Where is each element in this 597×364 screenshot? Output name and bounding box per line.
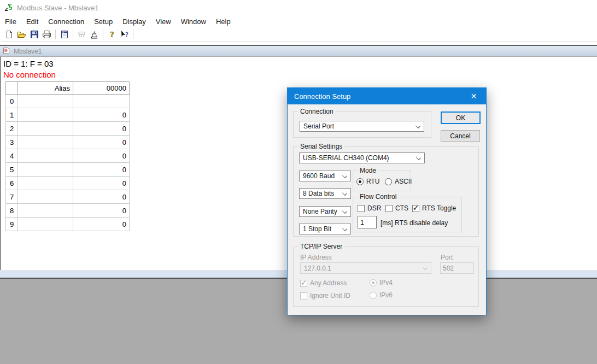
cancel-button[interactable]: Cancel bbox=[441, 130, 480, 142]
menu-help[interactable]: Help bbox=[211, 16, 236, 27]
data-bits-value: 8 Data bits bbox=[303, 190, 334, 197]
menu-connection[interactable]: Connection bbox=[43, 16, 89, 27]
menubar: File Edit Connection Setup Display View … bbox=[0, 15, 597, 27]
chevron-down-icon bbox=[342, 191, 347, 196]
baud-rate-select[interactable]: 9600 Baud bbox=[299, 171, 351, 181]
row-header-cell[interactable]: 6 bbox=[6, 177, 18, 190]
alias-cell[interactable] bbox=[18, 163, 73, 177]
row-header-cell[interactable]: 2 bbox=[6, 122, 18, 136]
new-document-icon[interactable] bbox=[3, 28, 15, 40]
flow-control-label: Flow Control bbox=[358, 193, 399, 201]
menu-view[interactable]: View bbox=[151, 16, 176, 27]
ipv6-radio: IPv6 bbox=[370, 291, 393, 299]
serial-port-select[interactable]: USB-SERIAL CH340 (COM4) bbox=[299, 152, 425, 163]
value-cell[interactable]: 0 bbox=[73, 163, 130, 177]
alias-cell[interactable] bbox=[18, 108, 73, 122]
value-cell[interactable]: 0 bbox=[73, 218, 130, 231]
radio-icon bbox=[356, 178, 364, 185]
cancel-button-label: Cancel bbox=[450, 132, 470, 140]
alias-cell[interactable] bbox=[18, 136, 73, 149]
rts-toggle-label: RTS Toggle bbox=[422, 204, 456, 212]
doc-window-titlebar[interactable]: Mbslave1 bbox=[0, 45, 597, 56]
menu-display[interactable]: Display bbox=[118, 16, 151, 27]
row-header-cell[interactable]: 1 bbox=[6, 108, 18, 122]
value-cell[interactable]: 0 bbox=[73, 204, 130, 218]
value-cell[interactable]: 0 bbox=[73, 136, 130, 149]
dialog-titlebar[interactable]: Connection Setup ✕ bbox=[288, 88, 486, 104]
open-file-icon[interactable] bbox=[15, 28, 28, 40]
menu-file[interactable]: File bbox=[0, 16, 21, 27]
chevron-down-icon bbox=[342, 209, 347, 214]
cts-label: CTS bbox=[395, 204, 408, 212]
connection-group: Connection Serial Port bbox=[293, 111, 431, 138]
ipv4-label: IPv4 bbox=[379, 279, 393, 286]
tcpip-server-group: TCP/IP Server IP Address 127.0.0.1 Port … bbox=[293, 246, 479, 307]
row-header-cell[interactable]: 8 bbox=[6, 204, 18, 218]
alias-cell[interactable] bbox=[18, 204, 73, 218]
alias-cell[interactable] bbox=[18, 177, 73, 190]
connection-type-select[interactable]: Serial Port bbox=[300, 121, 424, 132]
ok-button[interactable]: OK bbox=[441, 111, 481, 124]
dsr-checkbox[interactable]: DSR bbox=[358, 204, 381, 212]
address-header-cell[interactable]: 00000 bbox=[73, 82, 130, 95]
slave-id-function-label: ID = 1: F = 03 bbox=[3, 59, 54, 68]
row-header-cell[interactable]: 9 bbox=[6, 218, 18, 231]
ignore-unit-id-checkbox: Ignore Unit ID bbox=[300, 292, 350, 300]
toolbar-separator bbox=[103, 30, 103, 39]
poll-definition-icon[interactable] bbox=[88, 28, 101, 40]
mode-ascii-radio[interactable]: ASCII bbox=[385, 178, 412, 185]
mode-ascii-label: ASCII bbox=[395, 178, 412, 185]
communication-traffic-icon[interactable] bbox=[58, 28, 71, 40]
value-cell[interactable]: 0 bbox=[73, 108, 130, 122]
any-address-checkbox: Any Address bbox=[300, 279, 347, 287]
value-cell[interactable]: 0 bbox=[73, 177, 130, 190]
context-help-icon[interactable]: ? bbox=[118, 28, 131, 40]
mode-rtu-radio[interactable]: RTU bbox=[356, 178, 379, 185]
serial-port-value: USB-SERIAL CH340 (COM4) bbox=[303, 154, 389, 162]
alias-cell[interactable] bbox=[18, 95, 73, 108]
cts-checkbox[interactable]: CTS bbox=[385, 204, 408, 212]
alias-cell[interactable] bbox=[18, 218, 73, 231]
row-header-cell[interactable]: 5 bbox=[6, 163, 18, 177]
register-table-head: Alias 00000 bbox=[6, 82, 130, 95]
menu-edit[interactable]: Edit bbox=[21, 16, 43, 27]
close-icon[interactable]: ✕ bbox=[461, 88, 486, 104]
stop-bits-select[interactable]: 1 Stop Bit bbox=[299, 224, 351, 234]
row-header-cell[interactable]: 7 bbox=[6, 190, 18, 204]
toolbar: ? ? bbox=[0, 27, 597, 42]
row-header-cell[interactable]: 0 bbox=[6, 95, 18, 108]
baud-rate-value: 9600 Baud bbox=[303, 172, 335, 180]
value-cell[interactable]: 0 bbox=[73, 95, 130, 108]
chevron-down-icon bbox=[342, 173, 347, 178]
print-icon[interactable] bbox=[40, 28, 53, 40]
parity-select[interactable]: None Parity bbox=[299, 206, 351, 217]
dsr-label: DSR bbox=[367, 204, 381, 212]
menu-setup[interactable]: Setup bbox=[89, 16, 118, 27]
radio-icon bbox=[370, 292, 377, 299]
value-cell[interactable]: 0 bbox=[73, 149, 130, 163]
value-cell[interactable]: 0 bbox=[73, 190, 130, 204]
svg-text:?: ? bbox=[125, 31, 128, 38]
save-icon[interactable] bbox=[28, 28, 40, 40]
alias-cell[interactable] bbox=[18, 149, 73, 163]
display-definition-icon[interactable] bbox=[75, 28, 88, 40]
data-bits-select[interactable]: 8 Data bits bbox=[299, 188, 351, 199]
rts-toggle-checkbox[interactable]: RTS Toggle bbox=[412, 204, 456, 212]
rts-delay-input[interactable] bbox=[358, 216, 377, 228]
serial-settings-label: Serial Settings bbox=[298, 143, 344, 150]
alias-header-cell[interactable]: Alias bbox=[18, 82, 73, 95]
port-label: Port bbox=[441, 254, 453, 261]
alias-cell[interactable] bbox=[18, 122, 73, 136]
help-icon[interactable]: ? bbox=[106, 28, 118, 40]
chevron-down-icon bbox=[415, 124, 420, 128]
row-header-cell[interactable]: 3 bbox=[6, 136, 18, 149]
table-row: 80 bbox=[6, 204, 130, 218]
row-header-cell[interactable]: 4 bbox=[6, 149, 18, 163]
menu-window[interactable]: Window bbox=[176, 16, 211, 27]
table-row: 50 bbox=[6, 163, 130, 177]
value-cell[interactable]: 0 bbox=[73, 122, 130, 136]
alias-cell[interactable] bbox=[18, 190, 73, 204]
tcpip-server-label: TCP/IP Server bbox=[298, 243, 344, 250]
checkbox-icon bbox=[358, 205, 365, 212]
flow-control-group: Flow Control DSR CTS RTS Toggle [ms] R bbox=[353, 197, 462, 232]
